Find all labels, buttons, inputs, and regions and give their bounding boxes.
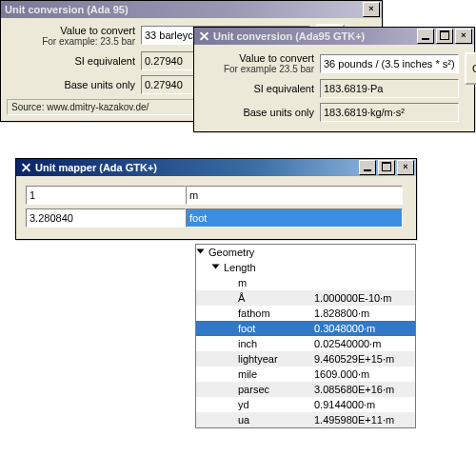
unit-name: foot xyxy=(238,323,314,334)
app-icon xyxy=(20,162,32,173)
unit-value: 0.02540000·m xyxy=(314,338,409,349)
titlebar-ada95[interactable]: Unit conversion (Ada 95) × xyxy=(1,1,382,18)
base-output xyxy=(320,103,459,122)
unit-row[interactable]: ua1.495980E+11·m xyxy=(196,412,415,427)
unit-value: 1.000000E-10·m xyxy=(314,292,409,304)
unit-popup[interactable]: Geometry Length mÅ1.000000E-10·mfathom1.… xyxy=(195,244,416,428)
unit-row[interactable]: fathom1.828800·m xyxy=(196,306,415,321)
title-text: Unit conversion (Ada 95) xyxy=(5,4,363,15)
unit-value: 0.3048000·m xyxy=(314,323,409,334)
app-icon xyxy=(198,30,210,42)
client-area: Value to convert For example 23.5 bar SI… xyxy=(194,45,474,131)
label-si: SI equivalent xyxy=(7,55,135,67)
label-si: SI equivalent xyxy=(200,83,314,94)
from-value-input[interactable] xyxy=(26,186,186,205)
unit-name: m xyxy=(238,277,314,288)
client-area xyxy=(16,176,416,239)
close-icon[interactable]: × xyxy=(397,160,414,175)
unit-row[interactable]: mile1609.000·m xyxy=(196,367,415,382)
unit-name: fathom xyxy=(238,307,314,319)
close-icon[interactable]: × xyxy=(455,29,472,44)
label-value: Value to convert For example 23.5 bar xyxy=(200,52,314,74)
unit-value: 1609.000·m xyxy=(314,368,409,380)
unit-row[interactable]: m xyxy=(196,275,415,290)
close-icon[interactable]: × xyxy=(363,2,380,17)
label-value: Value to convert For example: 23.5 bar xyxy=(7,25,135,47)
unit-value: 9.460529E+15·m xyxy=(314,353,409,365)
unit-name: yd xyxy=(238,399,314,410)
unit-row[interactable]: parsec3.085680E+16·m xyxy=(196,382,415,397)
si-output xyxy=(320,79,459,98)
unit-name: ua xyxy=(238,414,314,426)
title-text: Unit conversion (Ada95 GTK+) xyxy=(213,30,417,42)
unit-name: parsec xyxy=(238,384,314,395)
value-input[interactable] xyxy=(320,54,459,73)
from-unit-input[interactable] xyxy=(186,186,403,205)
unit-row[interactable]: yd0.9144000·m xyxy=(196,397,415,412)
unit-name: mile xyxy=(238,368,314,380)
minimize-icon[interactable] xyxy=(359,160,376,175)
window-gtk: Unit conversion (Ada95 GTK+) × Value to … xyxy=(193,27,475,132)
unit-value: 0.9144000·m xyxy=(314,399,409,410)
titlebar-mapper[interactable]: Unit mapper (Ada GTK+) × xyxy=(16,159,416,176)
unit-row[interactable]: lightyear9.460529E+15·m xyxy=(196,351,415,367)
label-base: Base units only xyxy=(7,79,135,90)
to-unit-input[interactable] xyxy=(186,208,403,228)
category-geometry[interactable]: Geometry xyxy=(196,245,415,260)
maximize-icon[interactable] xyxy=(378,160,395,175)
unit-row[interactable]: inch0.02540000·m xyxy=(196,336,415,351)
unit-value: 1.495980E+11·m xyxy=(314,414,409,426)
title-text: Unit mapper (Ada GTK+) xyxy=(35,162,359,173)
unit-value: 1.828800·m xyxy=(314,307,409,319)
category-length[interactable]: Length xyxy=(196,260,415,275)
chevron-down-icon xyxy=(197,249,205,254)
chevron-down-icon xyxy=(212,265,220,269)
unit-list: mÅ1.000000E-10·mfathom1.828800·mfoot0.30… xyxy=(196,275,415,427)
maximize-icon[interactable] xyxy=(436,29,453,44)
to-value-output[interactable] xyxy=(26,208,186,228)
label-base: Base units only xyxy=(200,107,314,118)
to-unit-combo[interactable] xyxy=(186,208,395,228)
titlebar-gtk[interactable]: Unit conversion (Ada95 GTK+) × xyxy=(194,28,474,45)
unit-row[interactable]: Å1.000000E-10·m xyxy=(196,290,415,306)
unit-name: inch xyxy=(238,338,314,349)
unit-name: lightyear xyxy=(238,353,314,365)
unit-row[interactable]: foot0.3048000·m xyxy=(196,321,415,336)
window-mapper: Unit mapper (Ada GTK+) × xyxy=(15,158,417,240)
unit-value: 3.085680E+16·m xyxy=(314,384,409,395)
unit-name: Å xyxy=(238,292,314,304)
minimize-icon[interactable] xyxy=(417,29,434,44)
go-button[interactable]: Go xyxy=(465,52,476,85)
